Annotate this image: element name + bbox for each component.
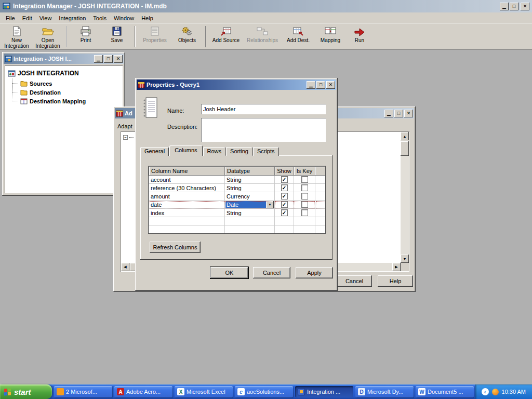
scroll-right-button[interactable]: ▶ [392,263,401,271]
minimize-icon: ▁ [97,57,100,61]
cell-column-name[interactable]: date [149,201,225,209]
menu-file[interactable]: File [2,14,19,23]
start-label: start [14,388,31,396]
close-button[interactable]: ✕ [326,81,335,89]
maximize-button[interactable]: □ [104,55,113,63]
tab-general[interactable]: General [140,147,169,156]
description-input[interactable] [201,118,326,142]
taskbar-task-excel[interactable]: Microsoft Excel [175,386,233,397]
show-checkbox[interactable]: ✓ [281,209,288,216]
vertical-scrollbar[interactable]: ▲ ▼ [401,132,409,263]
taskbar-task-office[interactable]: 2 Microsof... [54,386,112,397]
scrollbar-thumb[interactable] [401,141,409,156]
office-icon [57,388,64,395]
minimize-button[interactable]: ▁ [384,110,393,117]
ok-button[interactable]: OK [210,267,248,278]
is-key-checkbox[interactable] [301,184,308,191]
close-button[interactable]: ✕ [114,55,123,63]
is-key-checkbox[interactable] [301,193,308,200]
minimize-button[interactable]: ▁ [94,55,103,63]
close-button[interactable]: ✕ [404,110,413,117]
tree-item-sources[interactable]: Sources [20,79,121,88]
combo-dropdown-button[interactable]: ▼ [266,201,274,208]
toolbar-run-button[interactable]: Run [346,24,373,49]
menu-view[interactable]: View [36,14,56,23]
tab-sorting[interactable]: Sorting [226,147,252,156]
apply-button[interactable]: Apply [296,267,333,278]
grid-row-reference[interactable]: reference (30 Characters) String ✓ [149,184,326,192]
close-button[interactable]: ✕ [521,3,529,10]
is-key-checkbox[interactable] [301,201,308,208]
taskbar-task-dynamics[interactable]: Microsoft Dy... [355,386,414,397]
refresh-columns-button[interactable]: Refresh Columns [150,242,201,253]
cell-datatype[interactable]: String [225,209,275,217]
menu-integration[interactable]: Integration [55,14,89,23]
minimize-icon: ▁ [387,111,391,116]
tree-root-josh-integration[interactable]: JOSH INTEGRATION [7,69,121,78]
maximize-button[interactable]: □ [316,81,325,89]
grid-row-index[interactable]: index String ✓ [149,209,326,217]
minimize-button[interactable]: ▁ [307,81,315,89]
is-key-checkbox[interactable] [301,209,308,216]
close-icon: ✕ [116,57,121,61]
dialog-titlebar[interactable]: Properties - Query1 ▁ □ ✕ [137,79,336,90]
grid-row-amount[interactable]: amount Currency ✓ [149,192,326,201]
menu-window[interactable]: Window [110,14,138,23]
hide-icons-chevron[interactable]: ‹ [482,388,489,395]
datatype-combo[interactable]: Date ▼ [225,201,274,208]
show-checkbox[interactable]: ✓ [281,193,288,200]
scroll-up-button[interactable]: ▲ [401,132,409,140]
cell-column-name[interactable]: account [149,176,225,184]
toolbar-mapping-button[interactable]: Mapping [315,24,346,49]
toolbar-objects-button[interactable]: Objects [171,24,203,49]
adapter-cancel-button[interactable]: Cancel [337,275,372,287]
maximize-button[interactable]: □ [510,3,518,10]
tab-rows[interactable]: Rows [203,147,226,156]
scroll-left-button[interactable]: ◀ [121,263,129,271]
menu-tools[interactable]: Tools [89,14,110,23]
toolbar-open-integration-button[interactable]: Open Integration [32,24,63,49]
taskbar-task-word[interactable]: Document5 ... [416,386,474,397]
maximize-button[interactable]: □ [394,110,403,117]
toolbar-print-button[interactable]: Print [70,24,102,49]
show-checkbox[interactable]: ✓ [281,184,288,191]
grid-row-date-selected[interactable]: date Date ▼ ✓ [149,201,326,209]
tab-scripts[interactable]: Scripts [253,147,279,156]
toolbar-add-source-button[interactable]: Add Source [209,24,243,49]
taskbar-task-adobe[interactable]: Adobe Acro... [114,386,172,397]
cell-datatype[interactable]: Currency [225,192,275,201]
tree-item-destination-mapping[interactable]: Destination Mapping [20,97,121,105]
tray-notification-icon[interactable] [492,389,499,395]
cell-datatype[interactable]: String [225,184,275,192]
tab-columns[interactable]: Columns [169,145,202,156]
adapter-help-button[interactable]: Help [378,275,413,287]
grid-row-account[interactable]: account String ✓ [149,176,326,184]
grid-row-empty[interactable] [149,217,326,225]
cell-column-name[interactable]: index [149,209,225,217]
tree-item-destination[interactable]: Destination [20,88,121,97]
scroll-down-button[interactable]: ▼ [401,255,409,263]
start-button[interactable]: start [0,384,52,399]
show-checkbox[interactable]: ✓ [281,176,288,183]
grid-row-empty[interactable] [149,225,326,234]
menu-edit[interactable]: Edit [19,14,36,23]
toolbar-add-dest-button[interactable]: Add Dest. [282,24,315,49]
tree-expander[interactable]: − [123,135,128,140]
integration-window-titlebar[interactable]: Integration - JOSH I... ▁ □ ✕ [4,54,124,64]
cell-column-name[interactable]: reference (30 Characters) [149,184,225,192]
menu-help[interactable]: Help [138,14,157,23]
minimize-button[interactable]: ▁ [500,3,509,10]
cancel-button[interactable]: Cancel [253,267,290,278]
name-input[interactable] [201,104,326,114]
taskbar-task-aocsolutions[interactable]: aocSolutions... [235,386,293,397]
toolbar-new-integration-button[interactable]: New Integration [1,24,32,49]
toolbar-save-button[interactable]: Save [102,24,132,49]
show-checkbox[interactable]: ✓ [281,201,288,208]
main-titlebar[interactable]: Integration Manager - JOSH INTEGRATION -… [0,0,532,12]
open-folder-icon [42,25,54,37]
cell-datatype[interactable]: String [225,176,275,184]
taskbar-task-integration[interactable]: Integration ... [295,386,353,397]
is-key-checkbox[interactable] [301,176,308,183]
check-icon: ✓ [282,202,286,207]
cell-column-name[interactable]: amount [149,192,225,201]
